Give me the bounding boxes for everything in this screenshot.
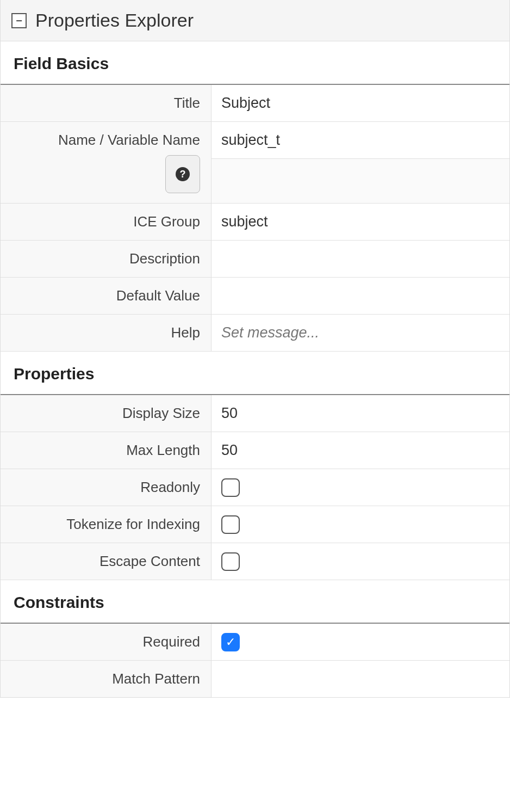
label-ice-group: ICE Group (1, 204, 212, 240)
input-default-value[interactable] (221, 285, 500, 306)
input-display-size[interactable] (221, 403, 500, 424)
checkbox-tokenize[interactable] (221, 515, 240, 534)
question-icon: ? (176, 167, 190, 181)
checkbox-escape[interactable] (221, 552, 240, 571)
label-help: Help (1, 315, 212, 351)
minus-icon: − (16, 15, 22, 26)
label-escape: Escape Content (1, 543, 212, 580)
row-ice-group: ICE Group (1, 204, 509, 241)
row-readonly: Readonly (1, 469, 509, 506)
label-title: Title (1, 85, 212, 121)
panel-title: Properties Explorer (35, 10, 194, 31)
input-title[interactable] (221, 93, 500, 114)
name-help-button[interactable]: ? (165, 155, 200, 193)
name-postfix-area (212, 159, 509, 203)
label-name: Name / Variable Name ? (1, 122, 212, 203)
label-default-value: Default Value (1, 278, 212, 314)
panel-header: − Properties Explorer (1, 0, 509, 41)
label-tokenize: Tokenize for Indexing (1, 506, 212, 543)
row-max-length: Max Length (1, 432, 509, 469)
check-icon: ✓ (226, 636, 235, 648)
input-name[interactable] (221, 130, 500, 151)
input-match-pattern[interactable] (221, 668, 500, 690)
row-default-value: Default Value (1, 278, 509, 315)
row-description: Description (1, 241, 509, 278)
label-match-pattern: Match Pattern (1, 661, 212, 697)
input-help[interactable] (221, 322, 500, 343)
row-required: Required ✓ (1, 624, 509, 661)
row-escape: Escape Content (1, 543, 509, 580)
collapse-toggle[interactable]: − (11, 13, 27, 28)
section-field-basics-heading: Field Basics (1, 41, 509, 85)
section-properties-heading: Properties (1, 352, 509, 395)
checkbox-required[interactable]: ✓ (221, 633, 240, 651)
properties-explorer-panel: − Properties Explorer Field Basics Title… (0, 0, 510, 698)
row-name: Name / Variable Name ? (1, 122, 509, 204)
label-display-size: Display Size (1, 395, 212, 432)
row-tokenize: Tokenize for Indexing (1, 506, 509, 543)
row-match-pattern: Match Pattern (1, 661, 509, 697)
label-readonly: Readonly (1, 469, 212, 506)
label-max-length: Max Length (1, 432, 212, 469)
label-required: Required (1, 624, 212, 660)
input-max-length[interactable] (221, 440, 500, 461)
checkbox-readonly[interactable] (221, 478, 240, 497)
label-description: Description (1, 241, 212, 277)
row-display-size: Display Size (1, 395, 509, 432)
row-help: Help (1, 315, 509, 352)
input-ice-group[interactable] (221, 211, 500, 232)
section-constraints-heading: Constraints (1, 580, 509, 624)
row-title: Title (1, 85, 509, 122)
input-description[interactable] (221, 248, 500, 269)
